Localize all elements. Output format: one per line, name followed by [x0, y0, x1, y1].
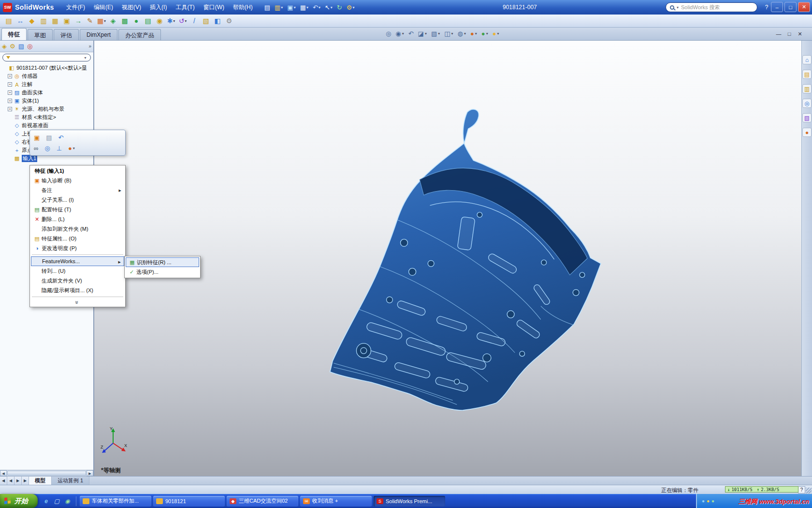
edit-appearance-icon[interactable]: ●	[470, 30, 477, 37]
tree-item[interactable]: + ▨ 曲面实体	[2, 89, 93, 97]
books-icon[interactable]: ▧	[201, 16, 211, 26]
scroll-right-arrow-icon[interactable]: ▶	[87, 470, 93, 476]
tree-expander[interactable]: +	[8, 107, 12, 111]
tree-filter-input[interactable]: ▼	[2, 54, 91, 61]
curve-icon[interactable]: ↺	[178, 16, 188, 26]
taskbar-button-solidworks[interactable]: S SolidWorks Premi...	[374, 496, 445, 507]
menu-item-feature-properties[interactable]: ▤ 特征属性... (O)	[31, 234, 124, 243]
zoom-fit-icon[interactable]: ◎	[386, 30, 391, 37]
edit-feature-icon[interactable]: ▣	[34, 134, 40, 141]
menu-item[interactable]: 窗口(W)	[199, 1, 229, 14]
menu-item-configure-feature[interactable]: ▤ 配置特征 (T)	[31, 205, 124, 214]
internet-explorer-icon[interactable]: e	[42, 497, 50, 505]
tab-scroll-left[interactable]: ◀	[7, 477, 14, 485]
display-style-icon[interactable]: ◫	[444, 30, 453, 37]
pan-arrows-icon[interactable]: ↔	[15, 16, 25, 26]
close-button[interactable]: ✕	[798, 2, 810, 12]
tree-expander[interactable]: +	[8, 82, 12, 87]
tree-expander[interactable]	[8, 156, 12, 161]
previous-view-icon[interactable]: ↶	[408, 30, 414, 37]
commandmanager-tab[interactable]: 草图	[28, 29, 53, 40]
zoom-area-icon[interactable]: ◉	[395, 30, 404, 37]
menu-item-create-new-folder[interactable]: 生成新文件夹 (V)	[31, 276, 124, 285]
hide-show-items-icon[interactable]: ◍	[458, 30, 466, 37]
view-orientation-icon[interactable]: ▧	[431, 30, 440, 37]
configurationmanager-tab-icon[interactable]: ▧	[18, 43, 24, 50]
tree-item[interactable]: + ☀ 光源、相机与布景	[2, 105, 93, 113]
menu-item[interactable]: 编辑(E)	[89, 1, 117, 14]
panel-overflow-chevron[interactable]: »	[88, 44, 91, 49]
gem-icon[interactable]: ◈	[108, 16, 118, 26]
select-icon[interactable]: ↖	[323, 2, 334, 12]
minimize-button[interactable]: –	[771, 2, 783, 12]
menu-item-comment[interactable]: 备注	[31, 185, 124, 195]
tree-item[interactable]: ◇ 前视基准面	[2, 121, 93, 130]
open-folder-icon[interactable]: ▥	[273, 2, 284, 12]
menu-item[interactable]: 帮助(H)	[229, 1, 257, 14]
panel-horizontal-scrollbar[interactable]: ◀ ▶	[0, 470, 93, 476]
menu-item-delete[interactable]: ✕ 删除... (L)	[31, 214, 124, 224]
measure-icon[interactable]: /	[189, 16, 199, 26]
tree-expander[interactable]: +	[8, 74, 12, 78]
tree-item[interactable]: + A 注解	[2, 80, 93, 89]
submenu-item-recognize-features[interactable]: ▦ 识别特征(R) ...	[126, 257, 199, 267]
tree-item[interactable]: ☰ 材质 <未指定>	[2, 113, 93, 121]
design-library-icon[interactable]: ▤	[802, 70, 812, 79]
tray-icon-1[interactable]: ●	[702, 499, 705, 504]
sparkle-icon[interactable]: ✱	[166, 16, 176, 26]
macro-icon[interactable]: ⚙	[224, 16, 234, 26]
menu-item-change-transparency[interactable]: ◑ 更改透明度 (P)	[31, 243, 124, 253]
apply-scene-icon[interactable]: ●	[481, 30, 488, 37]
tree-expander[interactable]: +	[8, 90, 12, 95]
menu-item[interactable]: 视图(V)	[117, 1, 145, 14]
context-menu-separator[interactable]	[31, 253, 124, 256]
menu-item-parent-child[interactable]: 父子关系... (I)	[31, 195, 124, 205]
media-player-icon[interactable]: ◉	[63, 497, 72, 505]
taskbar-button-folder-2[interactable]: 9018121	[153, 496, 225, 507]
taskbar-button-folder-1[interactable]: 车体相关零部件加...	[80, 496, 151, 507]
target-icon[interactable]: ◉	[155, 16, 164, 26]
screen-clip-icon[interactable]: ▤	[4, 16, 14, 26]
stamp-icon[interactable]: ▣	[62, 16, 72, 26]
tree-root-item[interactable]: ◧ 9018121-007 (默认<<默认>显	[2, 64, 93, 72]
appearances-scenes-icon[interactable]: ●	[802, 128, 812, 137]
tree-item[interactable]: + ▣ 实体(1)	[2, 97, 93, 105]
show-desktop-icon[interactable]: ▢	[53, 497, 61, 505]
menu-item[interactable]: 工具(T)	[171, 1, 199, 14]
sheet-icon[interactable]: ▥	[39, 16, 48, 26]
view-settings-icon[interactable]: ●	[493, 30, 499, 37]
search-icon[interactable]: ◎	[802, 99, 812, 108]
menu-item-go-to[interactable]: 转到... (U)	[31, 266, 124, 276]
zoom-to-selection-icon[interactable]: ◎	[44, 145, 50, 152]
tray-icon-2[interactable]: ●	[707, 499, 710, 504]
green-sheet-icon[interactable]: ▤	[143, 16, 153, 26]
print-icon[interactable]: ▦	[299, 2, 310, 12]
scroll-left-arrow-icon[interactable]: ◀	[0, 470, 7, 476]
menu-item[interactable]: 文件(F)	[62, 1, 89, 14]
commandmanager-tab[interactable]: 特征	[1, 28, 27, 40]
undo-icon[interactable]: ↶	[311, 2, 322, 12]
menu-item[interactable]: 插入(I)	[145, 1, 171, 14]
grid-icon[interactable]: ▦	[97, 16, 106, 26]
section-icon[interactable]: ◧	[213, 16, 222, 26]
normal-to-icon[interactable]: ⊥	[57, 145, 62, 152]
rebuild-icon[interactable]: ↻	[335, 2, 344, 12]
new-document-icon[interactable]: ▤	[263, 2, 272, 12]
help-button[interactable]: ?	[763, 3, 770, 12]
save-icon[interactable]: ▣	[286, 2, 297, 12]
tree-item[interactable]: + ◎ 传感器	[2, 72, 93, 80]
filter-dropdown-icon[interactable]: ▼	[84, 56, 87, 60]
hatch-icon[interactable]: ▩	[120, 16, 130, 26]
context-menu-chevron[interactable]: »	[31, 299, 124, 306]
menu-item-hide-show-tree-items[interactable]: 隐藏/显示树项目... (X)	[31, 285, 124, 295]
tree-expander[interactable]: +	[8, 99, 12, 103]
maximize-button[interactable]: □	[784, 2, 797, 12]
tree-expander[interactable]	[8, 148, 12, 152]
status-help-button[interactable]: ?	[798, 486, 805, 493]
doc-restore-button[interactable]: □	[786, 31, 793, 37]
dimxpert-tab-icon[interactable]: ◎	[27, 43, 32, 50]
menu-item-featureworks[interactable]: FeatureWorks...	[31, 256, 124, 266]
resources-home-icon[interactable]: ⌂	[802, 55, 812, 64]
commandmanager-tab[interactable]: 办公室产品	[118, 29, 161, 40]
featuremanager-tab-icon[interactable]: ◈	[2, 43, 7, 50]
